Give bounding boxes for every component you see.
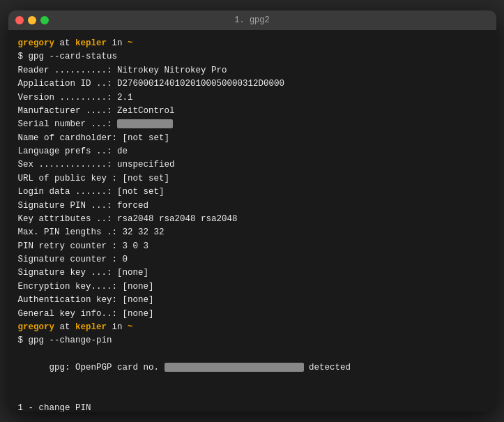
output-sig-counter: Signature counter : 0 — [18, 253, 487, 266]
output-key-attr: Key attributes ..: rsa2048 rsa2048 rsa20… — [18, 213, 487, 226]
prompt-dir-1: ~ — [128, 38, 133, 48]
traffic-lights — [15, 16, 49, 24]
empty-line-1 — [18, 389, 487, 402]
output-reader: Reader ..........: Nitrokey Nitrokey Pro — [18, 64, 487, 77]
output-manufacturer: Manufacturer ....: ZeitControl — [18, 105, 487, 118]
output-pin-lengths: Max. PIN lengths .: 32 32 32 — [18, 226, 487, 239]
terminal-window: 1. gpg2 gregory at kepler in ~ $ gpg --c… — [8, 10, 496, 412]
menu-item-1: 1 - change PIN — [18, 402, 487, 412]
output-enc-key: Encryption key....: [none] — [18, 280, 487, 294]
prompt-dir-2: ~ — [128, 322, 133, 332]
blurred-card-no — [165, 363, 304, 372]
output-pin-retry: PIN retry counter : 3 0 3 — [18, 240, 487, 253]
minimize-button[interactable] — [28, 16, 36, 24]
titlebar: 1. gpg2 — [8, 10, 496, 30]
gpg-detected-line: gpg: OpenPGP card no. detected — [18, 348, 487, 389]
prompt-host-2: kepler — [75, 322, 107, 332]
output-login: Login data ......: [not set] — [18, 186, 487, 199]
output-language: Language prefs ..: de — [18, 145, 487, 158]
prompt-host-1: kepler — [75, 38, 107, 48]
output-sig-pin: Signature PIN ...: forced — [18, 199, 487, 213]
output-sex: Sex .............: unspecified — [18, 158, 487, 172]
command-line-2: $ gpg --change-pin — [18, 334, 487, 347]
terminal-body[interactable]: gregory at kepler in ~ $ gpg --card-stat… — [8, 30, 496, 412]
output-cardholder: Name of cardholder: [not set] — [18, 132, 487, 145]
output-version: Version .........: 2.1 — [18, 91, 487, 105]
close-button[interactable] — [15, 16, 24, 24]
prompt-line-1: gregory at kepler in ~ — [18, 37, 487, 50]
output-serial: Serial number ...: — [18, 118, 487, 131]
prompt-user-2: gregory — [18, 322, 55, 332]
prompt-line-2: gregory at kepler in ~ — [18, 321, 487, 334]
prompt-user-1: gregory — [18, 38, 55, 48]
maximize-button[interactable] — [40, 16, 49, 24]
window-title: 1. gpg2 — [234, 15, 269, 25]
output-url: URL of public key : [not set] — [18, 172, 487, 186]
output-gen-key: General key info..: [none] — [18, 308, 487, 321]
output-sig-key: Signature key ...: [none] — [18, 266, 487, 280]
command-line-1: $ gpg --card-status — [18, 50, 487, 63]
output-auth-key: Authentication key: [none] — [18, 294, 487, 307]
blurred-serial — [117, 119, 173, 128]
output-appid: Application ID ..: D27600012401020100050… — [18, 77, 487, 91]
